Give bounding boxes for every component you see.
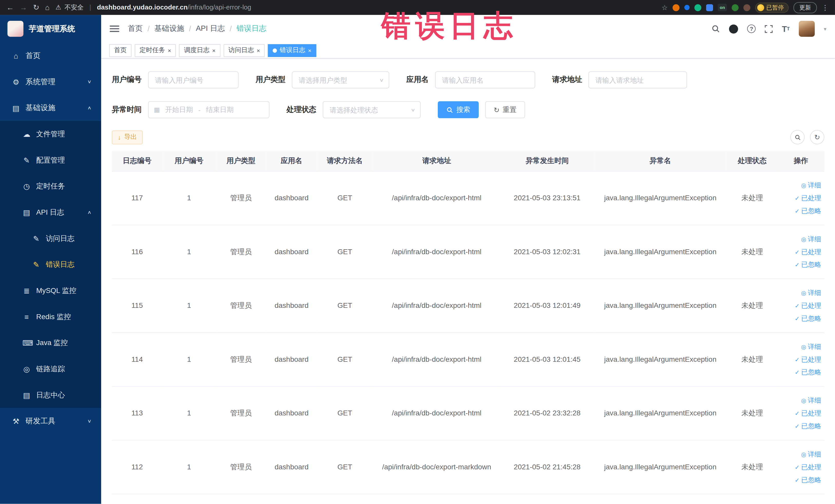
app-name-input[interactable]: [435, 72, 535, 88]
refresh-icon: ↻: [814, 133, 820, 141]
paused-badge[interactable]: 已暂停: [755, 2, 789, 12]
fullscreen-icon[interactable]: [765, 25, 773, 33]
browser-update-button[interactable]: 更新: [793, 2, 817, 13]
mark-processed-link[interactable]: ✓ 已处理: [779, 460, 821, 473]
mark-ignored-link[interactable]: ✓ 已忽略: [779, 473, 821, 486]
user-id-input[interactable]: [148, 72, 239, 88]
table-row: 117 1 管理员 dashboard GET /api/infra/db-do…: [112, 171, 824, 225]
refresh-icon: ↻: [494, 106, 500, 114]
sidebar-item-tracing[interactable]: ◎ 链路追踪: [0, 356, 101, 382]
logo[interactable]: 芋道管理系统: [0, 15, 101, 43]
warning-icon: ⚠: [56, 4, 61, 11]
cell-actions: ◎ 详细 ✓ 已处理 ✓ 已忽略: [777, 440, 824, 494]
sidebar-toggle-icon[interactable]: [109, 26, 119, 32]
refresh-table-button[interactable]: ↻: [810, 130, 824, 144]
github-icon[interactable]: [729, 24, 738, 33]
cell-actions: ◎ 详细 ✓ 已处理 ✓ 已忽略: [777, 171, 824, 225]
mark-ignored-link[interactable]: ✓ 已忽略: [779, 420, 821, 432]
sidebar-item-dev-tools[interactable]: ⚒ 研发工具 ∨: [0, 408, 101, 434]
security-label: 不安全: [64, 3, 84, 12]
extension-icon-7[interactable]: [744, 4, 750, 11]
browser-menu-icon[interactable]: ⋮: [822, 3, 829, 11]
table-row: 113 1 管理员 dashboard GET /api/infra/db-do…: [112, 386, 824, 440]
detail-link[interactable]: ◎ 详细: [779, 448, 821, 461]
browser-back-icon[interactable]: ←: [6, 3, 14, 12]
avatar[interactable]: [799, 21, 815, 37]
export-button[interactable]: ↓ 导出: [112, 130, 143, 144]
date-range-picker[interactable]: ▦ 开始日期 - 结束日期: [148, 101, 269, 118]
extension-on-badge[interactable]: on: [718, 4, 727, 11]
breadcrumb-infrastructure[interactable]: 基础设施: [154, 24, 184, 33]
mark-ignored-link[interactable]: ✓ 已忽略: [779, 258, 821, 271]
mark-processed-link[interactable]: ✓ 已处理: [779, 191, 821, 204]
status-select[interactable]: [323, 101, 421, 118]
extension-icon-6[interactable]: [732, 4, 739, 11]
font-size-icon[interactable]: TT: [782, 24, 790, 33]
breadcrumb-home[interactable]: 首页: [128, 24, 143, 33]
close-icon[interactable]: ×: [308, 47, 311, 54]
tag-scheduled-tasks[interactable]: 定时任务 ×: [135, 44, 176, 57]
sidebar-item-home[interactable]: ⌂ 首页: [0, 43, 101, 69]
col-exception-time: 异常发生时间: [501, 151, 594, 171]
cell-exception-time: 2021-05-02 23:32:28: [501, 386, 594, 440]
close-icon[interactable]: ×: [257, 47, 260, 54]
address-bar[interactable]: dashboard.yudao.iocoder.cn/infra/log/api…: [97, 4, 251, 11]
avatar-caret-icon[interactable]: ▾: [824, 26, 826, 32]
close-icon[interactable]: ×: [168, 47, 171, 54]
tag-schedule-log[interactable]: 调度日志 ×: [179, 44, 221, 57]
user-type-select[interactable]: [292, 72, 389, 88]
detail-link[interactable]: ◎ 详细: [779, 233, 821, 245]
tag-error-log[interactable]: 错误日志 ×: [268, 44, 316, 57]
sidebar-item-api-logs[interactable]: ▤ API 日志 ∧: [0, 199, 101, 225]
mark-processed-link[interactable]: ✓ 已处理: [779, 353, 821, 366]
search-button[interactable]: 搜索: [437, 101, 479, 118]
sidebar-item-access-log[interactable]: ✎ 访问日志: [0, 225, 101, 251]
search-icon[interactable]: [712, 24, 720, 33]
browser-reload-icon[interactable]: ↻: [33, 3, 39, 12]
mark-ignored-link[interactable]: ✓ 已忽略: [779, 366, 821, 379]
table-toolbar: ↓ 导出 ↻: [112, 130, 824, 144]
sidebar-item-error-log[interactable]: ✎ 错误日志: [0, 251, 101, 278]
sidebar-item-config-management[interactable]: ✎ 配置管理: [0, 147, 101, 173]
view-icon: ◎: [801, 233, 806, 245]
detail-link[interactable]: ◎ 详细: [779, 179, 821, 191]
sidebar-item-java-monitor[interactable]: ⌨ Java 监控: [0, 330, 101, 356]
request-url-input[interactable]: [588, 72, 687, 88]
reset-button[interactable]: ↻ 重置: [485, 101, 525, 118]
detail-link[interactable]: ◎ 详细: [779, 286, 821, 299]
mark-processed-link[interactable]: ✓ 已处理: [779, 407, 821, 420]
extension-icon-4[interactable]: [706, 4, 713, 11]
toggle-search-button[interactable]: [790, 130, 805, 144]
extension-icon-3[interactable]: [694, 4, 701, 11]
mark-processed-link[interactable]: ✓ 已处理: [779, 245, 821, 258]
mark-ignored-link[interactable]: ✓ 已忽略: [779, 312, 821, 325]
cell-request-url: /api/infra/db-doc/export-html: [373, 332, 501, 386]
tag-home[interactable]: 首页: [109, 44, 131, 57]
sidebar-item-label: 链路追踪: [36, 364, 65, 374]
sidebar-item-scheduled-tasks[interactable]: ◷ 定时任务: [0, 173, 101, 199]
chevron-up-icon: ∧: [87, 209, 91, 215]
sidebar-item-mysql-monitor[interactable]: ≣ MySQL 监控: [0, 278, 101, 304]
help-icon[interactable]: ?: [747, 24, 756, 33]
browser-forward-icon[interactable]: →: [20, 3, 27, 12]
extension-icon-2[interactable]: [684, 5, 690, 10]
breadcrumb-api-logs[interactable]: API 日志: [196, 24, 225, 33]
sidebar-item-redis-monitor[interactable]: ≡ Redis 监控: [0, 304, 101, 330]
mark-ignored-link[interactable]: ✓ 已忽略: [779, 204, 821, 217]
mark-processed-link[interactable]: ✓ 已处理: [779, 299, 821, 312]
sidebar-item-system[interactable]: ⚙ 系统管理 ∨: [0, 69, 101, 95]
url-path: /infra/log/api-error-log: [188, 4, 251, 11]
detail-link[interactable]: ◎ 详细: [779, 340, 821, 353]
cell-method: GET: [317, 386, 373, 440]
close-icon[interactable]: ×: [212, 47, 216, 54]
sidebar-item-file-management[interactable]: ☁ 文件管理: [0, 121, 101, 147]
extension-icon-1[interactable]: [673, 4, 679, 11]
tag-access-log[interactable]: 访问日志 ×: [224, 44, 265, 57]
security-chip[interactable]: ⚠ 不安全: [56, 3, 83, 12]
detail-link[interactable]: ◎ 详细: [779, 394, 821, 407]
bookmark-star-icon[interactable]: ☆: [661, 3, 668, 11]
browser-home-icon[interactable]: ⌂: [45, 3, 50, 12]
sidebar-item-label: 基础设施: [26, 103, 56, 113]
sidebar-item-infrastructure[interactable]: ▤ 基础设施 ∧: [0, 95, 101, 121]
sidebar-item-log-center[interactable]: ▤ 日志中心: [0, 382, 101, 408]
